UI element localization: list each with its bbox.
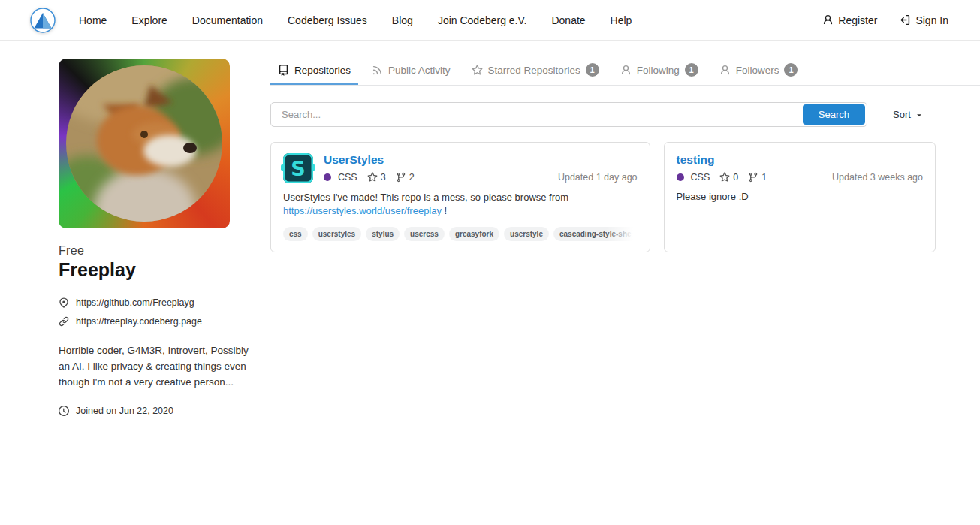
topic-pill[interactable]: cascading-style-she <box>553 227 638 241</box>
codeberg-logo[interactable] <box>30 8 56 33</box>
main-nav: Home Explore Documentation Codeberg Issu… <box>79 14 632 26</box>
topic-pill[interactable]: css <box>283 227 308 241</box>
profile-location-row: https://github.com/Freeplayg <box>59 297 254 308</box>
search-button[interactable]: Search <box>803 104 865 125</box>
topic-pill[interactable]: greasyfork <box>449 227 499 241</box>
profile-avatar <box>59 59 230 228</box>
profile-bio: Horrible coder, G4M3R, Introvert, Possib… <box>59 343 252 391</box>
description-text: ! <box>442 205 447 216</box>
chevron-down-icon <box>915 110 924 119</box>
topic-pill[interactable]: usercss <box>404 227 445 241</box>
fork-count: 2 <box>409 172 415 183</box>
sign-in-button[interactable]: Sign In <box>900 14 948 26</box>
star-count: 0 <box>733 172 738 183</box>
profile-joined-text: Joined on Jun 22, 2020 <box>76 406 173 416</box>
tab-following-label: Following <box>637 65 680 76</box>
fox-avatar-image <box>66 65 222 222</box>
clock-icon <box>59 406 69 416</box>
search-input[interactable] <box>271 103 867 126</box>
repo-link-testing[interactable]: testing <box>677 153 715 167</box>
register-label: Register <box>838 14 877 26</box>
repo-link-userstyles[interactable]: UserStyles <box>324 153 384 167</box>
register-button[interactable]: Register <box>822 14 877 26</box>
language-label: CSS <box>691 172 710 183</box>
language-dot-icon <box>677 173 684 181</box>
tab-followers-label: Followers <box>736 65 779 76</box>
tab-starred-label: Starred Repositories <box>488 65 580 76</box>
nav-blog[interactable]: Blog <box>392 14 413 26</box>
codeberg-mountain-icon <box>30 8 56 33</box>
sign-in-label: Sign In <box>915 14 948 26</box>
tab-repositories[interactable]: Repositories <box>270 60 358 84</box>
person-icon <box>620 65 632 76</box>
repo-meta-row: CSS 0 1 Updated 3 weeks ago <box>677 172 923 183</box>
repository-list: S UserStyles CSS 3 <box>270 142 936 252</box>
nav-documentation[interactable]: Documentation <box>192 14 263 26</box>
repo-meta-row: CSS 3 2 Updated 1 day ago <box>324 172 638 183</box>
page-body: Free Freeplay https://github.com/Freepla… <box>0 41 980 416</box>
nav-help[interactable]: Help <box>611 14 632 26</box>
repo-topics: css userstyles stylus usercss greasyfork… <box>283 227 638 241</box>
person-icon <box>822 14 834 26</box>
nav-codeberg-issues[interactable]: Codeberg Issues <box>288 14 367 26</box>
repo-language: CSS <box>324 172 357 183</box>
tab-following[interactable]: Following 1 <box>613 59 706 85</box>
repo-star-count: 0 <box>719 172 738 183</box>
repo-search-row: Search Sort <box>270 102 936 127</box>
topic-pill[interactable]: userstyle <box>504 227 549 241</box>
followers-count-badge: 1 <box>784 63 798 77</box>
star-icon <box>472 65 483 76</box>
repo-description: Please ignore :D <box>677 190 923 204</box>
sort-dropdown[interactable]: Sort <box>893 109 924 120</box>
repo-card-testing: testing CSS 0 <box>664 142 936 252</box>
profile-content: Repositories Public Activity Starred Rep… <box>270 59 936 416</box>
profile-tabs: Repositories Public Activity Starred Rep… <box>270 59 980 86</box>
nav-donate[interactable]: Donate <box>551 14 585 26</box>
sign-in-icon <box>900 14 911 26</box>
link-icon <box>59 316 69 327</box>
repo-icon <box>278 65 289 76</box>
profile-website-text[interactable]: https://freeplay.codeberg.page <box>76 316 202 327</box>
nav-explore[interactable]: Explore <box>131 14 167 26</box>
repo-description: UserStyles I've made! This repo is a mes… <box>283 191 638 218</box>
sort-label: Sort <box>893 109 911 120</box>
profile-username: Free <box>59 244 254 258</box>
repo-star-count: 3 <box>367 172 386 183</box>
git-fork-icon <box>396 172 406 183</box>
top-navbar: Home Explore Documentation Codeberg Issu… <box>0 0 980 41</box>
profile-sidebar: Free Freeplay https://github.com/Freepla… <box>59 59 254 416</box>
starred-count-badge: 1 <box>586 63 599 77</box>
description-text: UserStyles I've made! This repo is a mes… <box>283 192 568 203</box>
profile-website-row: https://freeplay.codeberg.page <box>59 316 254 327</box>
stylus-logo-icon: S <box>291 158 305 179</box>
profile-location-text[interactable]: https://github.com/Freeplayg <box>76 297 194 308</box>
person-icon <box>719 65 731 76</box>
search-field-group: Search <box>270 102 867 127</box>
git-fork-icon <box>748 172 758 183</box>
auth-area: Register Sign In <box>822 14 948 26</box>
repo-updated: Updated 3 weeks ago <box>832 172 923 183</box>
tab-followers[interactable]: Followers 1 <box>712 59 806 85</box>
repo-language: CSS <box>677 172 710 183</box>
profile-joined-row: Joined on Jun 22, 2020 <box>59 406 254 416</box>
star-icon <box>367 172 378 183</box>
star-icon <box>719 172 730 183</box>
repo-fork-count: 2 <box>396 172 415 183</box>
tab-public-activity[interactable]: Public Activity <box>364 60 458 84</box>
description-link[interactable]: https://userstyles.world/user/freeplay <box>283 205 442 216</box>
profile-display-name: Freeplay <box>59 259 254 281</box>
nav-join-codeberg[interactable]: Join Codeberg e.V. <box>438 14 527 26</box>
tab-public-activity-label: Public Activity <box>388 65 451 76</box>
tab-repositories-label: Repositories <box>294 65 351 76</box>
star-count: 3 <box>381 172 386 183</box>
topic-pill[interactable]: stylus <box>366 227 400 241</box>
tab-starred-repositories[interactable]: Starred Repositories 1 <box>464 59 607 85</box>
language-dot-icon <box>324 173 331 181</box>
location-icon <box>59 297 69 308</box>
repo-avatar-stylus[interactable]: S <box>283 153 313 183</box>
repo-card-userstyles: S UserStyles CSS 3 <box>270 142 650 252</box>
topic-pill[interactable]: userstyles <box>312 227 361 241</box>
repo-fork-count: 1 <box>748 172 767 183</box>
following-count-badge: 1 <box>685 63 698 77</box>
nav-home[interactable]: Home <box>79 14 107 26</box>
